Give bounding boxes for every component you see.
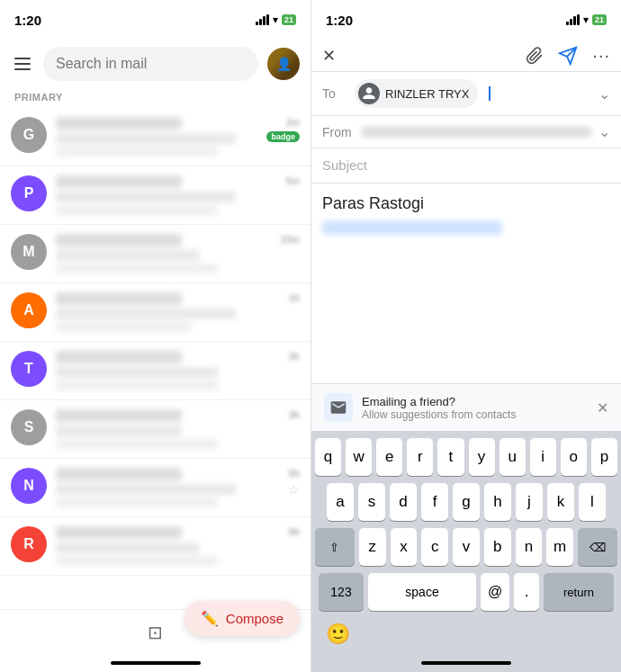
key-h[interactable]: h (484, 483, 511, 521)
key-m[interactable]: m (546, 528, 573, 566)
compose-button[interactable]: ✏️ Compose (184, 601, 300, 636)
key-t[interactable]: t (437, 438, 464, 476)
list-item[interactable]: N 5h ☆ (0, 459, 310, 517)
gmail-header: 👤 (0, 40, 310, 88)
key-s[interactable]: s (358, 483, 385, 521)
key-g[interactable]: g (453, 483, 480, 521)
avatar: T (11, 351, 47, 387)
key-q[interactable]: q (315, 438, 341, 476)
contact-email (322, 220, 502, 235)
subject (56, 250, 200, 261)
compose-body[interactable]: Paras Rastogi (311, 184, 621, 383)
sender (56, 526, 182, 539)
list-item[interactable]: T 2h (0, 342, 310, 400)
list-item[interactable]: G 2m badge (0, 108, 310, 166)
send-button[interactable] (558, 46, 578, 66)
key-o[interactable]: o (561, 438, 587, 476)
email-content (56, 526, 280, 566)
period-key[interactable]: . (514, 573, 539, 611)
status-icons-right: ▾ 21 (566, 13, 607, 26)
wifi-icon: ▾ (273, 13, 278, 26)
key-f[interactable]: f (421, 483, 448, 521)
key-j[interactable]: j (516, 483, 543, 521)
keyboard-row-3: ⇧ z x c v b n m ⌫ (315, 528, 617, 566)
to-label: To (322, 86, 347, 101)
avatar: S (11, 409, 47, 445)
subject-row[interactable]: Subject (311, 148, 621, 184)
numbers-key[interactable]: 123 (319, 573, 364, 611)
time: 3h (289, 409, 300, 420)
key-e[interactable]: e (376, 438, 402, 476)
keyboard-row-2: a s d f g h j k l (315, 483, 617, 521)
suggestion-banner: Emailing a friend? Allow suggestions fro… (311, 383, 621, 431)
email-content (56, 409, 280, 449)
space-key[interactable]: space (368, 573, 476, 611)
avatar: G (11, 117, 47, 153)
expand-button[interactable]: ⌄ (598, 85, 610, 103)
suggestion-close-button[interactable]: ✕ (597, 399, 608, 417)
attach-button[interactable] (526, 47, 544, 65)
key-w[interactable]: w (346, 438, 372, 476)
subject (56, 192, 236, 202)
list-item[interactable]: R 6h (0, 517, 310, 576)
key-y[interactable]: y (469, 438, 495, 476)
key-a[interactable]: a (327, 483, 354, 521)
email-content (56, 234, 272, 273)
recipient-name: RINZLER TRYX (385, 87, 469, 101)
sender (56, 117, 182, 130)
key-b[interactable]: b (484, 528, 511, 566)
emoji-bar: 🙂 (311, 614, 621, 654)
keyboard: q w e r t y u i o p a s d f g h j k l ⇧ … (311, 431, 621, 614)
avatar: R (11, 526, 47, 562)
subject (56, 426, 182, 436)
from-expand-button[interactable]: ⌄ (598, 123, 610, 140)
suggestion-subtitle: Allow suggestions from contacts (362, 408, 588, 421)
preview (56, 322, 191, 332)
avatar[interactable]: 👤 (267, 48, 300, 80)
cursor (489, 86, 490, 101)
key-u[interactable]: u (500, 438, 526, 476)
key-k[interactable]: k (547, 483, 574, 521)
gmail-panel: 1:20 ▾ 21 👤 PRIMARY G (0, 0, 310, 672)
wifi-icon-right: ▾ (583, 13, 589, 26)
subject (56, 484, 236, 495)
to-row: To RINZLER TRYX ⌄ (311, 72, 621, 116)
key-z[interactable]: z (359, 528, 386, 566)
return-key[interactable]: return (544, 573, 614, 611)
list-item[interactable]: P 5m (0, 166, 310, 225)
delete-key[interactable]: ⌫ (578, 528, 617, 566)
preview (56, 205, 218, 215)
meet-icon[interactable]: ⊡ (148, 622, 163, 643)
key-l[interactable]: l (579, 483, 606, 521)
key-c[interactable]: c (421, 528, 448, 566)
key-p[interactable]: p (591, 438, 617, 476)
key-r[interactable]: r (407, 438, 433, 476)
menu-button[interactable] (11, 54, 34, 74)
shift-key[interactable]: ⇧ (315, 528, 355, 566)
emoji-button[interactable]: 🙂 (326, 623, 350, 646)
key-x[interactable]: x (391, 528, 418, 566)
key-d[interactable]: d (390, 483, 417, 521)
list-item[interactable]: A 1h (0, 283, 310, 342)
key-i[interactable]: i (530, 438, 556, 476)
status-bar-right: 1:20 ▾ 21 (311, 0, 621, 40)
list-item[interactable]: M 10m (0, 225, 310, 283)
preview (56, 381, 218, 390)
list-item[interactable]: S 3h (0, 400, 310, 459)
more-button[interactable]: ··· (592, 45, 610, 66)
subject (56, 367, 218, 378)
sender (56, 292, 182, 305)
time: 1h (289, 292, 300, 303)
search-input[interactable] (43, 47, 258, 81)
recipient-chip[interactable]: RINZLER TRYX (355, 79, 478, 108)
signal-icon (256, 14, 269, 25)
key-n[interactable]: n (516, 528, 543, 566)
preview (56, 556, 218, 566)
email-content (56, 117, 257, 157)
home-bar (111, 661, 201, 665)
key-v[interactable]: v (453, 528, 480, 566)
at-key[interactable]: @ (481, 573, 509, 611)
subject (56, 542, 200, 553)
recipient-avatar (358, 83, 380, 104)
close-button[interactable]: ✕ (322, 46, 336, 66)
